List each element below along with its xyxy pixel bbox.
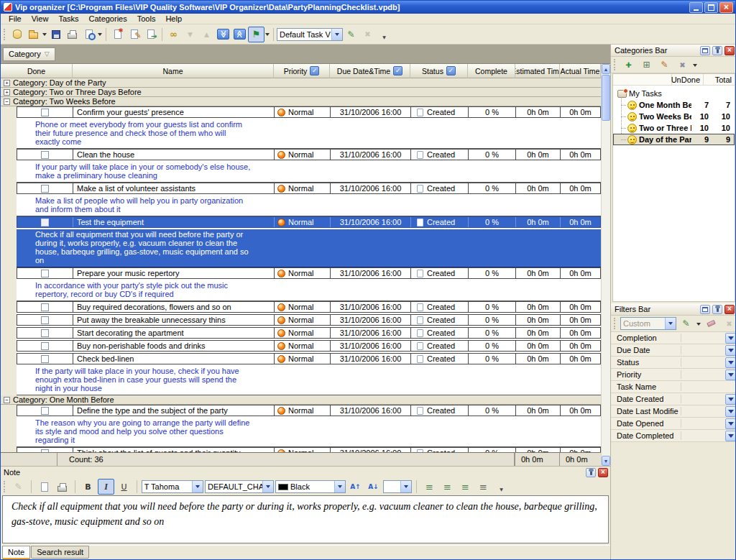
task-note-row[interactable]: Make a list of people who will help you … (17, 196, 601, 216)
task-checkbox[interactable] (41, 355, 49, 363)
category-tree-item-two-weeks-bef[interactable]: Two Weeks Bef1010 (613, 111, 735, 122)
task-row[interactable]: Prepare your music repertoryNormal31/10/… (17, 267, 601, 279)
add-subcategory-button[interactable] (638, 57, 655, 73)
open-database-button[interactable] (25, 27, 42, 42)
column-header-estimated-time[interactable]: Estimated Time (515, 64, 560, 78)
edit-category-button[interactable] (656, 57, 673, 73)
font-combo[interactable]: Tahoma (142, 480, 203, 493)
filter-row-completion[interactable]: Completion (611, 332, 735, 344)
float-button[interactable] (700, 46, 710, 55)
task-view-combo[interactable]: Default Task V (277, 28, 343, 41)
chevron-down-icon[interactable] (725, 431, 735, 441)
categories-column-total[interactable]: Total (703, 74, 735, 85)
column-header-complete[interactable]: Complete (468, 64, 515, 78)
task-note-row[interactable]: If your party will take place in your or… (17, 162, 601, 183)
font-color-combo[interactable]: Black (275, 480, 346, 493)
task-note-row[interactable]: In accordance with your party's style pi… (17, 280, 601, 301)
filter-row-task-name[interactable]: Task Name (611, 381, 735, 393)
filter-check-icon[interactable]: ✓ (393, 66, 402, 75)
categories-close-button[interactable] (724, 46, 735, 55)
menu-item-tasks[interactable]: Tasks (53, 14, 83, 23)
task-row[interactable]: Put away the breakable unnecessary thins… (17, 314, 601, 326)
align-right-button[interactable] (457, 479, 474, 495)
filter-row-due-date[interactable]: Due Date (611, 344, 735, 357)
apply-view-button[interactable] (343, 27, 359, 42)
column-header-status[interactable]: Status✓ (410, 64, 468, 78)
filter-row-date-created[interactable]: Date Created (611, 393, 735, 405)
category-tree-item-one-month-befo[interactable]: One Month Befo77 (613, 99, 735, 111)
chevron-down-icon[interactable] (725, 369, 735, 380)
task-checkbox[interactable] (41, 407, 49, 415)
task-checkbox[interactable] (41, 449, 49, 453)
toolbar-overflow-button[interactable] (376, 27, 392, 42)
task-checkbox[interactable] (41, 342, 49, 350)
task-row[interactable]: Think about the list of guests and their… (17, 447, 601, 452)
chevron-down-icon[interactable] (725, 345, 735, 356)
print-preview-dropdown[interactable] (97, 30, 103, 38)
task-row[interactable]: Confirm your guests' presenceNormal31/10… (17, 106, 601, 118)
toolbar-overflow-button[interactable] (493, 479, 510, 495)
task-checkbox[interactable] (41, 151, 49, 159)
task-checkbox[interactable] (41, 109, 49, 116)
note-editor[interactable]: Check if all equipment that you will nee… (2, 495, 609, 543)
task-checkbox[interactable] (41, 185, 49, 193)
chevron-down-icon[interactable] (331, 29, 342, 40)
bullets-button[interactable] (475, 479, 492, 495)
menu-item-file[interactable]: File (4, 14, 27, 23)
tab-note[interactable]: Note (2, 546, 30, 559)
chevron-down-icon[interactable] (725, 333, 735, 344)
category-row[interactable]: −Category: One Month Before (1, 395, 601, 405)
float-button[interactable] (700, 305, 710, 314)
column-header-priority[interactable]: Priority✓ (274, 64, 330, 78)
note-close-button[interactable] (598, 468, 608, 477)
category-tree-item-two-or-three-d[interactable]: Two or Three D.1010 (613, 122, 735, 134)
task-row[interactable]: Make a list of volunteer assistantsNorma… (17, 183, 601, 194)
font-shrink-button[interactable] (365, 479, 382, 495)
grid-scrollbar[interactable]: ▲ ▼ (601, 64, 610, 466)
filter-row-date-completed[interactable]: Date Completed (611, 430, 735, 442)
expand-collapse-icon[interactable]: + (4, 89, 10, 96)
category-tree-item-my-tasks[interactable]: My Tasks (613, 88, 735, 99)
categories-column-undone[interactable]: UnDone (671, 74, 703, 85)
apply-filter-dropdown[interactable] (696, 320, 702, 328)
menu-item-tools[interactable]: Tools (132, 14, 161, 23)
close-button[interactable] (719, 2, 733, 13)
font-grow-button[interactable] (347, 479, 364, 495)
highlight-flag-button[interactable] (248, 27, 264, 42)
empty-combo[interactable] (383, 480, 412, 493)
save-database-button[interactable] (47, 27, 64, 42)
clear-filter-button[interactable] (703, 316, 719, 331)
pin-button[interactable] (712, 305, 722, 314)
expand-collapse-icon[interactable]: + (4, 80, 10, 86)
task-checkbox[interactable] (41, 329, 49, 337)
task-row[interactable]: Clean the houseNormal31/10/2006 16:00Cre… (17, 149, 601, 160)
pin-button[interactable] (586, 468, 596, 477)
expand-collapse-icon[interactable]: − (4, 98, 10, 105)
char-style-combo[interactable]: DEFAULT_CHAR (205, 480, 274, 493)
group-by-category-button[interactable]: Category ▽ (3, 47, 55, 61)
filter-row-date-last-modifie[interactable]: Date Last Modifie (611, 405, 735, 418)
delete-category-dropdown[interactable] (692, 61, 698, 69)
italic-button[interactable] (98, 479, 114, 495)
filters-close-button[interactable] (724, 305, 735, 314)
column-header-done[interactable]: Done (1, 64, 73, 78)
new-note-button[interactable] (36, 479, 52, 495)
menu-item-categories[interactable]: Categories (84, 14, 132, 23)
filter-row-date-opened[interactable]: Date Opened (611, 418, 735, 430)
menu-item-help[interactable]: Help (160, 14, 187, 23)
scroll-up-icon[interactable]: ▲ (602, 64, 610, 74)
print-button[interactable] (64, 27, 80, 42)
column-header-actual-time[interactable]: Actual Time (560, 64, 601, 78)
pin-button[interactable] (712, 46, 722, 55)
task-row[interactable]: Start decorating the apartmentNormal31/1… (17, 327, 601, 339)
print-preview-button[interactable] (80, 27, 97, 42)
task-row[interactable]: Buy required decorations, flowers and so… (17, 301, 601, 313)
chevron-down-icon[interactable] (192, 481, 203, 492)
tab-search-result[interactable]: Search result (31, 546, 89, 559)
delete-category-button[interactable] (674, 57, 691, 73)
category-row[interactable]: +Category: Two or Three Days Before (1, 88, 601, 97)
column-header-due-date-time[interactable]: Due Date&Time✓ (330, 64, 410, 78)
task-note-row[interactable]: The reason why you are going to arrange … (17, 418, 601, 447)
chevron-down-icon[interactable] (262, 481, 273, 492)
task-note-row[interactable]: Phone or meet everybody from your guests… (17, 119, 601, 149)
